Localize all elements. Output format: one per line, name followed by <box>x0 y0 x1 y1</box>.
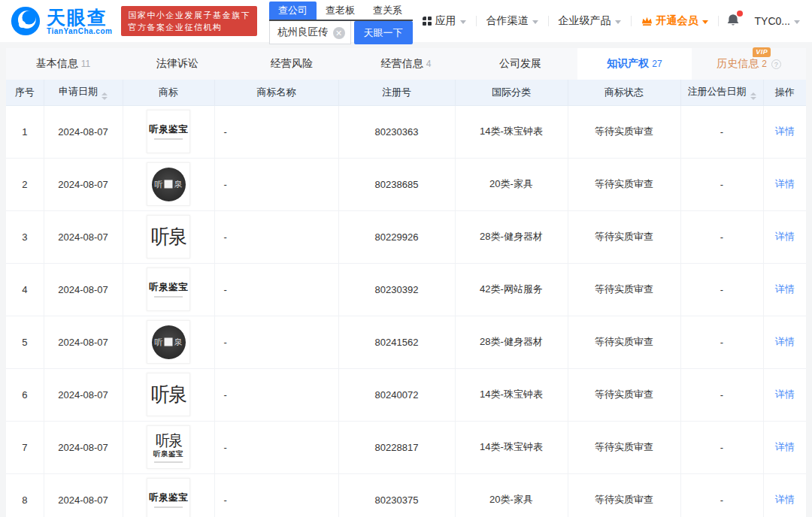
tab-label: 知识产权 <box>607 57 649 69</box>
detail-link[interactable]: 详情 <box>775 283 795 295</box>
search-type-tab[interactable]: 查关系 <box>364 2 411 20</box>
tab-经营信息[interactable]: 经营信息4 <box>349 48 463 80</box>
detail-link[interactable]: 详情 <box>775 336 795 347</box>
tab-label: 公司发展 <box>499 57 541 69</box>
cell-international-class: 20类-家具 <box>455 473 568 517</box>
cell-index: 7 <box>6 421 44 473</box>
sort-icon[interactable] <box>750 92 756 100</box>
column-header-序号: 序号 <box>6 80 44 105</box>
column-header-label: 国际分类 <box>492 86 531 98</box>
column-header-label: 商标 <box>159 86 178 98</box>
detail-link[interactable]: 详情 <box>775 389 795 400</box>
chevron-down-icon <box>532 20 538 24</box>
cell-apply-date: 2024-08-07 <box>44 158 123 210</box>
cell-publication-date: - <box>680 210 763 263</box>
table-body: 12024-08-07听泉鉴宝-8023036314类-珠宝钟表等待实质审查-详… <box>6 105 806 517</box>
clear-search-icon[interactable]: ✕ <box>333 27 345 39</box>
tab-知识产权[interactable]: 知识产权27 <box>577 48 692 80</box>
detail-link[interactable]: 详情 <box>775 125 795 137</box>
cell-registration-number: 80229926 <box>338 210 455 263</box>
cell-apply-date: 2024-08-07 <box>44 210 123 263</box>
tab-count: 2 <box>762 59 767 69</box>
nav-item-enterprise[interactable]: 企业级产品 <box>549 14 631 28</box>
table-header-row: 序号申请日期商标商标名称注册号国际分类商标状态注册公告日期操作 <box>6 80 806 105</box>
cell-trademark: 听泉鉴宝 <box>123 473 214 517</box>
logo-title: 天眼查 <box>47 8 112 27</box>
trademark-image[interactable]: 听泉 <box>147 320 190 364</box>
cell-status: 等待实质审查 <box>568 210 680 263</box>
sort-asc-icon <box>102 92 108 95</box>
cell-trademark: 听泉 <box>123 316 214 368</box>
notifications-bell[interactable] <box>719 14 747 29</box>
cell-index: 6 <box>6 368 44 421</box>
trademark-calligraphy: 听泉 <box>151 384 186 405</box>
sort-desc-icon <box>750 97 756 100</box>
trademark-image[interactable]: 听泉鉴宝 <box>147 478 190 517</box>
cell-action: 详情 <box>763 316 806 368</box>
tab-label: 经营风险 <box>271 57 313 69</box>
detail-link[interactable]: 详情 <box>775 441 795 452</box>
cell-trademark: 听泉 <box>123 158 214 210</box>
coin-char-left: 听 <box>155 337 163 348</box>
sort-desc-icon <box>102 97 108 100</box>
trademark-pinyin-line <box>154 461 183 463</box>
trademark-pinyin-line <box>154 506 183 508</box>
cell-index: 2 <box>6 158 44 210</box>
trademark-coin-seal: 听泉 <box>152 168 186 201</box>
tianyancha-eye-icon <box>11 6 41 36</box>
trademark-image[interactable]: 听泉 <box>147 215 190 258</box>
nav-item-partners[interactable]: 合作渠道 <box>477 14 548 28</box>
nav-item-apps[interactable]: 应用 <box>413 14 476 28</box>
chevron-down-icon <box>615 20 621 24</box>
coin-hole <box>165 180 173 189</box>
cell-action: 详情 <box>763 263 806 316</box>
search-type-tab[interactable]: 查公司 <box>269 2 317 20</box>
tab-经营风险[interactable]: 经营风险 <box>235 48 349 80</box>
tab-公司发展[interactable]: 公司发展 <box>463 48 577 80</box>
trademark-image[interactable]: 听泉 <box>147 162 190 206</box>
trademark-image[interactable]: 听泉听泉鉴宝 <box>147 425 190 469</box>
search-block: 查公司查老板查关系 ✕ 天眼一下 <box>269 0 413 44</box>
cell-index: 3 <box>6 210 44 263</box>
cell-publication-date: - <box>680 105 763 158</box>
nav-membership-label: 开通会员 <box>656 14 698 28</box>
search-button[interactable]: 天眼一下 <box>354 21 413 44</box>
detail-link[interactable]: 详情 <box>775 178 795 189</box>
cell-status: 等待实质审查 <box>568 316 680 368</box>
tab-基本信息[interactable]: 基本信息11 <box>6 48 120 80</box>
tab-历史信息[interactable]: 历史信息VIP2? <box>692 48 806 80</box>
cell-apply-date: 2024-08-07 <box>44 105 123 158</box>
cell-international-class: 14类-珠宝钟表 <box>455 105 568 158</box>
tab-label-wrap: 知识产权 <box>607 57 649 71</box>
tab-label: 法律诉讼 <box>156 57 198 69</box>
sort-icon[interactable] <box>102 92 108 100</box>
detail-link[interactable]: 详情 <box>775 494 795 505</box>
cell-international-class: 42类-网站服务 <box>455 263 568 316</box>
table-row: 52024-08-07听泉-8024156228类-健身器材等待实质审查-详情 <box>6 316 806 368</box>
column-header-商标名称: 商标名称 <box>214 80 338 105</box>
tianyancha-logo[interactable]: 天眼查 TianYanCha.com <box>11 6 112 36</box>
table-row: 42024-08-07听泉鉴宝-8023039242类-网站服务等待实质审查-详… <box>6 263 806 316</box>
cell-apply-date: 2024-08-07 <box>44 473 123 517</box>
company-detail-card: 基本信息11法律诉讼经营风险经营信息4公司发展知识产权27历史信息VIP2? 序… <box>6 48 806 517</box>
column-header-注册公告日期[interactable]: 注册公告日期 <box>680 80 763 105</box>
help-icon[interactable]: ? <box>771 59 781 69</box>
detail-link[interactable]: 详情 <box>775 231 795 242</box>
trademark-image[interactable]: 听泉鉴宝 <box>147 110 190 153</box>
user-menu[interactable]: TYC0... <box>747 15 801 27</box>
tab-法律诉讼[interactable]: 法律诉讼 <box>120 48 235 80</box>
column-header-申请日期[interactable]: 申请日期 <box>44 80 123 105</box>
trademark-pinyin-line <box>154 138 183 140</box>
cell-registration-number: 80240072 <box>338 368 455 421</box>
tab-label-wrap: 经营信息 <box>381 57 423 71</box>
search-type-tab[interactable]: 查老板 <box>317 2 364 20</box>
tab-label-wrap: 基本信息 <box>36 57 78 71</box>
trademark-image[interactable]: 听泉 <box>147 373 190 416</box>
trademark-table: 序号申请日期商标商标名称注册号国际分类商标状态注册公告日期操作 12024-08… <box>6 80 806 517</box>
trademark-text: 听泉鉴宝 <box>149 281 188 294</box>
column-header-label: 序号 <box>15 86 35 98</box>
cell-registration-number: 80230392 <box>338 263 455 316</box>
column-header-操作: 操作 <box>763 80 806 105</box>
nav-item-membership[interactable]: 开通会员 <box>632 14 718 28</box>
trademark-image[interactable]: 听泉鉴宝 <box>147 268 190 311</box>
